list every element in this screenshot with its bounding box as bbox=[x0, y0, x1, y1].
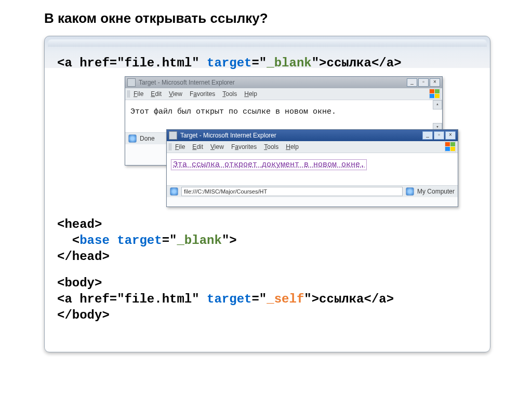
code-text: =" bbox=[251, 56, 267, 70]
ie-statusbar-front: file:///C:/MISC/Major/Courses/HT My Comp… bbox=[167, 186, 458, 197]
windows-logo-icon bbox=[445, 142, 456, 152]
my-computer-icon bbox=[406, 187, 414, 196]
ie-body-link-front[interactable]: Эта ссылка откроет документ в новом окне… bbox=[172, 160, 366, 169]
code-text: <a href="file.html" bbox=[57, 292, 207, 306]
menu-edit[interactable]: Edit bbox=[192, 143, 203, 150]
menu-edit[interactable]: Edit bbox=[151, 90, 162, 98]
code-text: < bbox=[57, 234, 79, 248]
page-title: В каком окне открывать ссылку? bbox=[44, 10, 490, 26]
code-text: <a href="file.html" bbox=[57, 56, 207, 70]
menu-help[interactable]: Help bbox=[244, 90, 257, 98]
status-location: My Computer bbox=[417, 188, 455, 195]
code-head-open: <head> bbox=[57, 217, 477, 231]
code-body-close: </body> bbox=[57, 308, 477, 322]
menu-file[interactable]: File bbox=[134, 90, 143, 98]
ie-app-icon bbox=[127, 78, 136, 87]
ie-titlebar-back: Target - Microsoft Internet Explorer _ ▫… bbox=[125, 77, 442, 88]
menu-help-rest: elp bbox=[249, 90, 257, 98]
ie-status-icon bbox=[128, 134, 137, 143]
ie-titlebar-front: Target - Microsoft Internet Explorer _ ▫… bbox=[167, 130, 458, 141]
menu-favorites[interactable]: Favorites bbox=[190, 90, 215, 98]
ie-body-front: Эта ссылка откроет документ в новом окне… bbox=[167, 153, 458, 186]
ie-status-icon bbox=[170, 187, 178, 196]
ie-window-stack: Target - Microsoft Internet Explorer _ ▫… bbox=[125, 76, 457, 206]
menu-help[interactable]: Help bbox=[286, 143, 299, 150]
ie-app-icon bbox=[169, 131, 177, 140]
ie-window-front: Target - Microsoft Internet Explorer _ ▫… bbox=[166, 129, 458, 207]
toolbar-grip[interactable] bbox=[127, 90, 130, 98]
ie-status-done: Done bbox=[140, 135, 155, 142]
menu-file-rest: ile bbox=[137, 90, 143, 98]
code-anchor-blank: <a href="file.html" target="_blank">ссыл… bbox=[57, 56, 477, 70]
code-body-open: <body> bbox=[57, 276, 477, 290]
code-text: ">ссылка</a> bbox=[312, 56, 402, 70]
menu-file[interactable]: File bbox=[175, 143, 185, 150]
ie-body-back: Этот файл был открыт по ссылке в новом о… bbox=[125, 100, 442, 133]
address-bar[interactable]: file:///C:/MISC/Major/Courses/HT bbox=[181, 187, 403, 196]
slide-panel: <a href="file.html" target="_blank">ссыл… bbox=[44, 36, 490, 352]
minimize-button[interactable]: _ bbox=[407, 78, 417, 87]
ie-title-text: Target - Microsoft Internet Explorer bbox=[139, 79, 235, 86]
ie-body-text-back: Этот файл был открыт по ссылке в новом о… bbox=[130, 107, 336, 116]
code-text: =" bbox=[162, 234, 177, 248]
toolbar-grip[interactable] bbox=[169, 143, 172, 150]
ie-title-text: Target - Microsoft Internet Explorer bbox=[180, 132, 276, 139]
code-value-blank: _blank bbox=[177, 234, 221, 248]
menu-tools[interactable]: Tools bbox=[222, 90, 237, 98]
menu-favorites[interactable]: Favorites bbox=[231, 143, 257, 150]
code-text: =" bbox=[251, 292, 267, 306]
menu-tools[interactable]: Tools bbox=[264, 143, 278, 150]
code-base-target: base target bbox=[79, 234, 162, 248]
menu-view[interactable]: View bbox=[169, 90, 182, 98]
close-button[interactable]: × bbox=[445, 131, 456, 140]
code-value-blank: _blank bbox=[267, 56, 311, 70]
code-head-block: <head> <base target="_blank"> </head> bbox=[57, 217, 477, 264]
menu-view[interactable]: View bbox=[210, 143, 224, 150]
code-head-close: </head> bbox=[57, 250, 477, 264]
code-text: "> bbox=[222, 234, 237, 248]
minimize-button[interactable]: _ bbox=[422, 131, 433, 140]
ie-menubar-back: File Edit View Favorites Tools Help bbox=[125, 88, 442, 100]
code-attr-target: target bbox=[207, 292, 251, 306]
code-base-tag: <base target="_blank"> bbox=[57, 234, 477, 248]
ie-menubar-front: File Edit View Favorites Tools Help bbox=[167, 141, 458, 153]
code-attr-target: target bbox=[207, 56, 251, 70]
windows-logo-icon bbox=[429, 89, 441, 99]
code-text: ">ссылка</a> bbox=[304, 292, 394, 306]
code-body-block: <body> <a href="file.html" target="_self… bbox=[57, 276, 477, 322]
menu-edit-rest: dit bbox=[155, 90, 162, 98]
code-value-self: _self bbox=[267, 292, 304, 306]
maximize-button[interactable]: ▫ bbox=[418, 78, 429, 87]
menu-view-rest: iew bbox=[173, 90, 182, 98]
menu-fav-rest: vorites bbox=[197, 90, 215, 98]
close-button[interactable]: × bbox=[430, 78, 440, 87]
maximize-button[interactable]: ▫ bbox=[434, 131, 444, 140]
code-anchor-self: <a href="file.html" target="_self">ссылк… bbox=[57, 292, 477, 306]
menu-tools-rest: ools bbox=[225, 90, 237, 98]
scroll-up-button[interactable]: ▴ bbox=[433, 100, 442, 109]
